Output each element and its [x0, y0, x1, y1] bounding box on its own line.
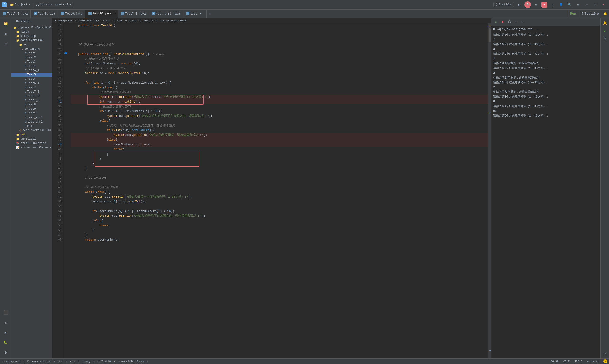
tree-item-com-zhang[interactable]: ▸ com.zhang	[12, 47, 52, 51]
more-btn[interactable]: ⋮	[549, 1, 556, 8]
tree-item-test10[interactable]: C Test10	[12, 111, 52, 115]
status-workspace[interactable]: ⚙ workplace	[2, 360, 21, 363]
tab-test7-2[interactable]: J Test7_2.java	[0, 10, 31, 18]
tree-item-test6[interactable]: C Test6	[12, 77, 52, 81]
run-btn[interactable]: Run	[567, 10, 579, 18]
project-menu[interactable]: 📁 Project ▾	[9, 2, 32, 7]
settings-tool-btn[interactable]: ⚙	[1, 348, 11, 357]
maximize-btn[interactable]: □	[592, 1, 598, 8]
settings-output-btn[interactable]: ⋯	[520, 19, 526, 25]
stop-btn[interactable]: ■	[542, 2, 547, 8]
stop-output-btn[interactable]: ■	[500, 19, 505, 25]
run-icon-btn[interactable]: ▶	[516, 1, 522, 8]
tab-label: Test8.java	[38, 12, 55, 15]
status-zhang[interactable]: zhang	[81, 360, 91, 363]
tree-item-test7-2[interactable]: C Test7_2	[12, 98, 52, 103]
tree-item-label: Test7_3	[27, 94, 39, 98]
tab-test9[interactable]: J Test9.java	[58, 10, 85, 18]
output-line-repeat-2: 你输入的数字重复，请检查重新输入：	[493, 75, 598, 80]
tree-item-test3[interactable]: C Test3	[12, 60, 52, 64]
status-method[interactable]: ⊙ userSelectNumbers	[117, 360, 149, 363]
tree-item-array-app[interactable]: 📁 array-app	[12, 34, 52, 38]
tree-item-main[interactable]: M Main	[12, 124, 52, 128]
tree-item-test2[interactable]: C Test2	[12, 55, 52, 60]
run-tool-btn[interactable]: ▶	[1, 328, 11, 337]
status-indent[interactable]: 4 spaces	[586, 360, 600, 363]
gutter-icon-21[interactable]: 🔵	[64, 52, 67, 55]
status-sep2: ›	[54, 360, 55, 363]
scroll-end-btn[interactable]: ⬇	[513, 19, 519, 25]
tree-item-test-arr2[interactable]: C test_arr2	[12, 120, 52, 124]
tree-item-ext-libs[interactable]: 📚 ernal Libraries	[12, 141, 52, 145]
close-btn[interactable]: ✕	[600, 1, 607, 8]
notifications-right-btn[interactable]: 🔔	[601, 19, 609, 27]
run-widget-btn[interactable]: ▶	[601, 27, 609, 35]
tree-item-test1[interactable]: C Test1	[12, 51, 52, 55]
tree-item-out[interactable]: 📁 out	[12, 132, 52, 137]
status-src[interactable]: src	[57, 360, 64, 363]
status-test10[interactable]: ⬡ Test10	[96, 360, 112, 363]
database-btn[interactable]: 🗄	[601, 35, 609, 43]
avatar-btn[interactable]: G	[524, 1, 531, 8]
tree-item-case-exercise[interactable]: 📁 case-exercise	[12, 38, 52, 43]
tree-item-label: Test1	[27, 52, 36, 55]
tree-item-test7-3[interactable]: C Test7_3	[12, 94, 52, 98]
code-container[interactable]: 15 16 17 18 19 20 21 22 23 24 25 26 27 2…	[52, 23, 491, 358]
tab-test[interactable]: J test ▾	[183, 10, 207, 18]
tree-item-workspace[interactable]: 📁 rkplace D:\App\IDEA\wor	[12, 26, 52, 30]
tab-more-btn[interactable]: ▾	[198, 12, 203, 15]
search-btn[interactable]: 🔍	[566, 1, 573, 8]
tree-item-test7[interactable]: C Test7	[12, 85, 52, 90]
status-sep6: ›	[114, 360, 115, 363]
status-case[interactable]: □ case-exercise	[26, 360, 52, 363]
run-config-selector[interactable]: ⬡ Test10 ▾	[493, 2, 514, 7]
tree-item-test4-1[interactable]: C Test4_1	[12, 68, 52, 73]
tab-test-arr1[interactable]: J test_arr1.java	[149, 10, 183, 18]
problems-tool-btn[interactable]: ⚠	[1, 318, 11, 327]
code-line-53	[71, 204, 488, 209]
code-content[interactable]: public class Test10 { // 接收用户选择的双色球 publ…	[68, 23, 488, 358]
close-run-tab-btn[interactable]: ✕	[597, 12, 599, 16]
profile-btn[interactable]: 👤	[557, 1, 564, 8]
structure-tool-btn[interactable]: ⊞	[1, 29, 11, 39]
tabs-more-btn[interactable]: ⋯	[208, 12, 213, 16]
plugins-btn[interactable]: ⚙	[533, 1, 540, 8]
status-com[interactable]: com	[69, 360, 76, 363]
tree-item-test6-1[interactable]: C Test6_1	[12, 81, 52, 85]
tree-item-test8[interactable]: C Test8	[12, 103, 52, 107]
scroll-thumb[interactable]	[489, 28, 491, 42]
terminal-tool-btn[interactable]: ⬛	[1, 308, 11, 317]
git-btn[interactable]: ⎇	[601, 350, 609, 357]
tree-item-test7-1[interactable]: C Test7_1	[12, 90, 52, 94]
tab-test8[interactable]: J Test8.java	[31, 10, 58, 18]
settings-btn[interactable]: ⚙	[575, 1, 581, 8]
tree-item-scratches[interactable]: 📝 atches and Consoles	[12, 145, 52, 150]
debug-tool-btn[interactable]: 🐛	[1, 338, 11, 347]
warning-count-badge[interactable]: ⚠	[603, 360, 607, 363]
tab-test10[interactable]: J Test10.java ✕	[85, 10, 118, 18]
tab-test7-3[interactable]: J Test7_3.java	[118, 10, 149, 18]
version-control-menu[interactable]: ⎇ Version control ▾	[34, 2, 73, 7]
project-tool-btn[interactable]: 📁	[1, 19, 11, 28]
tree-item-untitled2[interactable]: 📁 untitled2	[12, 137, 52, 141]
tree-item-test4[interactable]: C Test4	[12, 64, 52, 68]
status-encoding[interactable]: UTF-8	[573, 360, 583, 363]
tree-item-test9[interactable]: C Test9	[12, 107, 52, 111]
rerun-btn[interactable]: ↺	[493, 19, 499, 25]
sidebar-project-chevron: ▾	[30, 20, 32, 23]
restore-btn[interactable]: ⬡	[506, 19, 512, 25]
close-tab-btn[interactable]: ✕	[114, 12, 115, 15]
tree-item-idea[interactable]: 📁 .idea	[12, 30, 52, 34]
editor-scrollbar[interactable]: ⚠	[488, 23, 491, 358]
tree-item-test-arr1[interactable]: C test_arr1	[12, 115, 52, 120]
minimize-btn[interactable]: ─	[583, 1, 590, 8]
notifications-btn[interactable]: 🔔	[601, 12, 609, 16]
bookmarks-tool-btn[interactable]: ⋯	[1, 39, 11, 49]
run-test10-tab[interactable]: J Test10 ✕	[579, 10, 601, 18]
java-file-icon: C	[25, 116, 26, 119]
tree-item-test5[interactable]: C Test5	[12, 73, 52, 77]
status-line-ending[interactable]: CRLF	[562, 360, 570, 363]
status-position[interactable]: 34:39	[550, 360, 559, 363]
tree-item-src[interactable]: 📁 src	[12, 43, 52, 47]
tree-item-case-iml[interactable]: ⬡ case-exercise.iml	[12, 128, 52, 132]
